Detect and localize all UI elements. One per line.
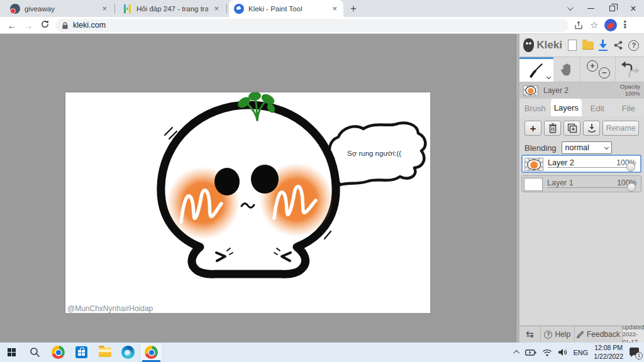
clock[interactable]: 12:08 PM 1/22/2022	[594, 344, 623, 360]
taskbar-search-button[interactable]	[23, 343, 47, 362]
help-button[interactable]: ?	[628, 38, 640, 53]
tab-brush[interactable]: Brush	[519, 100, 551, 116]
speaker-icon[interactable]	[558, 348, 567, 356]
share-icon[interactable]	[574, 21, 584, 30]
opacity-slider-knob[interactable]	[627, 183, 636, 192]
taskbar-chrome-active-button[interactable]	[140, 343, 163, 362]
tab-file[interactable]: File	[613, 100, 644, 116]
tab-close-icon[interactable]: ×	[331, 4, 338, 13]
zoom-in-button[interactable]: +	[587, 60, 598, 72]
menu-kebab-icon[interactable]: •••	[623, 21, 626, 30]
taskbar-chrome-button[interactable]	[47, 343, 70, 362]
forward-button[interactable]: →	[20, 20, 36, 31]
speech-bubble-text: Sợ rung người:((	[347, 150, 401, 157]
tab-kleki-active[interactable]: Kleki - Paint Tool ×	[229, 0, 343, 17]
drawing-artwork: Sợ rung người:((	[65, 92, 431, 314]
refresh-button[interactable]	[36, 19, 53, 31]
layer-name: Layer 1	[547, 178, 574, 187]
merge-down-icon	[587, 123, 597, 133]
opacity-slider-track[interactable]	[547, 187, 635, 188]
restore-icon	[609, 6, 615, 11]
opacity-slider-track[interactable]	[548, 167, 634, 168]
delete-layer-button[interactable]	[544, 121, 561, 136]
kleki-logo-icon	[523, 38, 534, 52]
close-button[interactable]: ×	[623, 0, 644, 17]
tab-search-button[interactable]	[558, 0, 580, 17]
opacity-slider-knob[interactable]	[626, 163, 635, 172]
notification-center-button[interactable]: 1	[629, 347, 641, 358]
kleki-panel: Kleki ?	[516, 34, 644, 343]
kleki-favicon-icon	[234, 4, 244, 14]
tab-close-icon[interactable]: ×	[101, 4, 108, 13]
battery-icon[interactable]	[525, 349, 536, 356]
profile-avatar[interactable]	[604, 19, 617, 31]
redo-icon[interactable]	[628, 67, 640, 79]
layer-row-1[interactable]: Layer 1 100%	[521, 175, 641, 192]
brush-tool-button[interactable]	[519, 57, 553, 82]
kleki-tab-bar: Brush Layers Edit File	[519, 99, 644, 116]
clock-time: 12:08 PM	[594, 344, 623, 351]
plus-icon: +	[530, 123, 536, 134]
new-page-icon	[568, 40, 577, 51]
help-footer-button[interactable]: ? Help	[540, 326, 574, 343]
address-bar[interactable]: kleki.com	[55, 19, 569, 32]
minimize-button[interactable]	[580, 0, 601, 17]
lock-icon	[62, 21, 69, 30]
share-button[interactable]	[612, 38, 625, 53]
duplicate-layer-button[interactable]	[564, 121, 580, 136]
eye-left	[214, 168, 240, 195]
active-layer-name: Layer 2	[543, 86, 615, 95]
new-image-button[interactable]	[566, 38, 579, 53]
drawing-canvas[interactable]: Sợ rung người:((	[65, 92, 430, 313]
open-file-button[interactable]	[581, 38, 594, 53]
bookmark-star-icon[interactable]: ☆	[590, 19, 598, 31]
help-label: Help	[555, 330, 570, 339]
tab-giveaway[interactable]: giveaway ×	[5, 0, 113, 17]
taskbar-store-button[interactable]	[70, 343, 93, 362]
start-button[interactable]	[0, 343, 23, 362]
kleki-toolbar: + −	[519, 57, 644, 82]
notification-badge: 1	[635, 352, 643, 359]
url-text: kleki.com	[73, 21, 106, 30]
wifi-icon[interactable]	[542, 349, 552, 356]
kleki-brand: Kleki	[536, 39, 562, 52]
giveaway-favicon-icon	[10, 4, 20, 14]
merge-layer-button[interactable]	[583, 121, 600, 136]
watermark-text: @MunChxNynha#Hoidap	[67, 304, 153, 313]
active-layer-opacity: Opacity 100%	[620, 84, 640, 97]
question-icon: ?	[544, 331, 552, 339]
feedback-button[interactable]: Feedback	[575, 326, 622, 343]
layer-row-2[interactable]: Layer 2 100%	[521, 155, 641, 173]
browser-tab-strip: giveaway × Hỏi đáp 247 - trang tra loi ×…	[0, 0, 644, 17]
system-tray: ENG 12:08 PM 1/22/2022 1	[515, 343, 641, 362]
new-tab-button[interactable]: +	[347, 2, 360, 16]
tab-layers[interactable]: Layers	[551, 99, 582, 116]
brush-options-chevron-icon[interactable]	[547, 75, 551, 79]
add-layer-button[interactable]: +	[525, 121, 541, 136]
taskbar-explorer-button[interactable]	[93, 343, 116, 362]
microsoft-store-icon	[75, 346, 87, 358]
tab-hoidap247[interactable]: Hỏi đáp 247 - trang tra loi ×	[117, 0, 225, 17]
search-icon	[30, 347, 40, 358]
zoom-out-button[interactable]: −	[599, 67, 610, 79]
opacity-label: Opacity	[620, 83, 640, 90]
hoidap-favicon-icon	[122, 4, 132, 14]
tray-expand-icon[interactable]	[514, 350, 520, 356]
active-layer-bar[interactable]: Layer 2 Opacity 100%	[519, 82, 644, 99]
tab-separator	[226, 4, 227, 13]
blending-row: Blending normal	[525, 141, 639, 155]
trash-icon	[548, 123, 557, 133]
language-indicator[interactable]: ENG	[573, 349, 588, 356]
blending-value: normal	[565, 143, 589, 152]
restore-button[interactable]	[601, 0, 623, 17]
back-button[interactable]: ←	[4, 20, 20, 31]
tab-close-icon[interactable]: ×	[213, 4, 220, 13]
swap-colors-button[interactable]: ⇆	[519, 326, 540, 343]
rename-layer-button[interactable]: Rename	[602, 121, 639, 136]
save-download-button[interactable]	[597, 38, 609, 53]
blending-select[interactable]: normal	[562, 141, 612, 154]
blending-label: Blending	[525, 143, 557, 153]
hand-tool-button[interactable]	[553, 57, 580, 82]
tab-edit[interactable]: Edit	[582, 100, 613, 116]
taskbar-edge-button[interactable]	[116, 343, 140, 362]
